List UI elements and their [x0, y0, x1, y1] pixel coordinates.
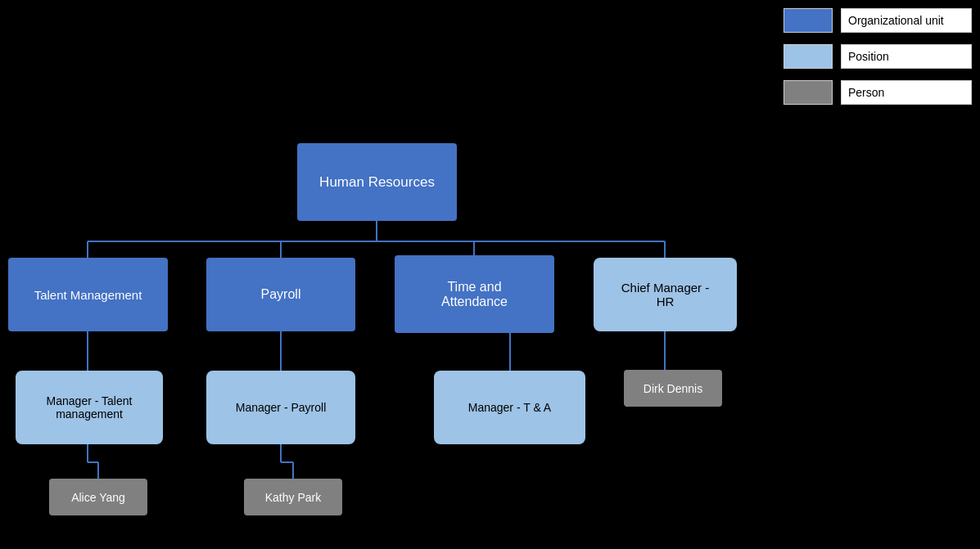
time-attendance-node[interactable]: Time and Attendance	[395, 255, 554, 333]
human-resources-node[interactable]: Human Resources	[297, 143, 457, 221]
legend-position-box	[784, 44, 833, 69]
manager-payroll-node[interactable]: Manager - Payroll	[206, 371, 355, 444]
legend-person-box	[784, 80, 833, 105]
manager-ta-node[interactable]: Manager - T & A	[434, 371, 585, 444]
legend-person-label: Person	[841, 80, 972, 105]
legend-org-unit-box	[784, 8, 833, 33]
legend-position: Position	[784, 44, 972, 69]
legend-org-unit: Organizational unit	[784, 8, 972, 33]
chief-manager-hr-node[interactable]: Chief Manager - HR	[594, 258, 737, 331]
legend-person: Person	[784, 80, 972, 105]
kathy-park-node[interactable]: Kathy Park	[244, 479, 342, 515]
legend: Organizational unit Position Person	[784, 8, 972, 105]
payroll-node[interactable]: Payroll	[206, 258, 355, 331]
org-chart: Human Resources Talent Management Payrol…	[0, 0, 720, 549]
alice-yang-node[interactable]: Alice Yang	[49, 479, 147, 515]
manager-talent-node[interactable]: Manager - Talent management	[16, 371, 163, 444]
dirk-dennis-node[interactable]: Dirk Dennis	[624, 370, 722, 407]
legend-org-unit-label: Organizational unit	[841, 8, 972, 33]
talent-management-node[interactable]: Talent Management	[8, 258, 168, 331]
legend-position-label: Position	[841, 44, 972, 69]
